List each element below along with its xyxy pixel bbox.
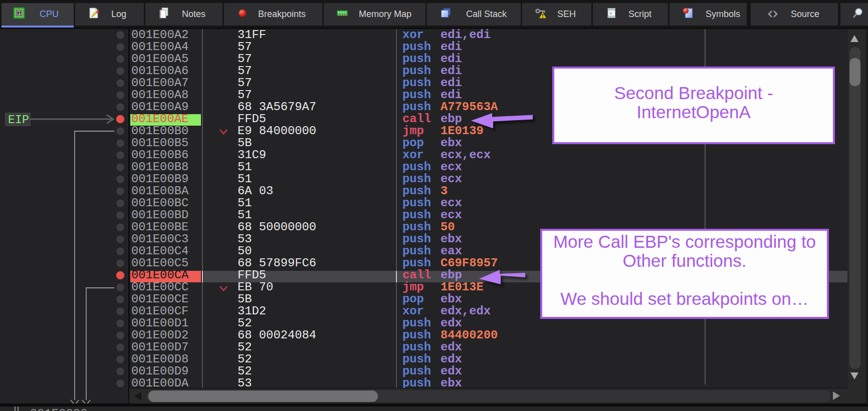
svg-text:EIP: EIP xyxy=(8,114,29,127)
